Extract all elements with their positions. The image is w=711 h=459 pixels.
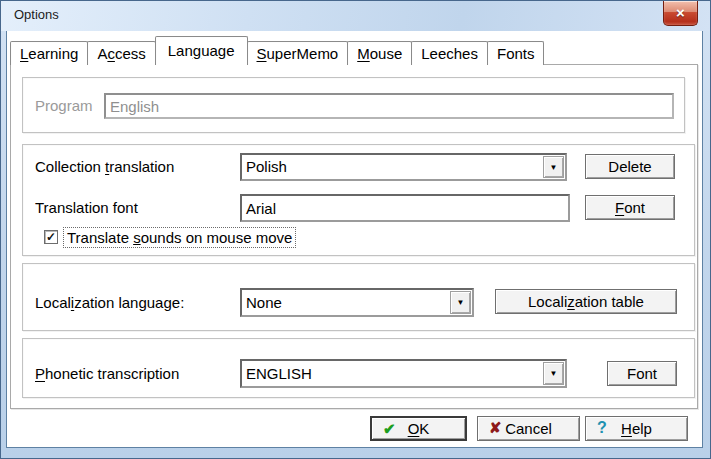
help-button-label: Help (621, 418, 652, 439)
collection-translation-dropdown-button[interactable]: ▼ (543, 156, 564, 178)
ok-button-label: OK (408, 419, 430, 438)
tab-language[interactable]: Language (155, 36, 248, 65)
check-icon: ✔ (383, 418, 396, 439)
chevron-down-icon: ▼ (457, 298, 465, 307)
phonetic-font-button[interactable]: Font (607, 361, 677, 386)
phonetic-transcription-value: ENGLISH (246, 365, 312, 382)
help-button[interactable]: ? Help (585, 416, 688, 441)
phonetic-transcription-dropdown-button[interactable]: ▼ (543, 362, 564, 385)
localization-language-label: Localization language: (35, 288, 184, 317)
collection-translation-value: Polish (246, 158, 287, 175)
options-dialog: Options × Learning Access Language Super… (0, 0, 711, 459)
phonetic-transcription-combobox[interactable]: ENGLISH ▼ (240, 359, 567, 388)
localization-language-dropdown-button[interactable]: ▼ (450, 291, 471, 314)
tab-access[interactable]: Access (87, 41, 155, 65)
cancel-button-label: Cancel (505, 418, 552, 439)
x-mark-icon: ✘ (489, 417, 502, 440)
translate-sounds-checkbox[interactable]: ✓ (44, 230, 58, 244)
delete-button[interactable]: Delete (585, 154, 675, 179)
collection-translation-label: Collection translation (35, 153, 174, 181)
tab-supermemo[interactable]: SuperMemo (247, 41, 349, 65)
window-title: Options (14, 7, 59, 22)
localization-language-combobox[interactable]: None ▼ (240, 288, 474, 317)
translate-sounds-checkbox-label[interactable]: Translate sounds on mouse move (63, 227, 296, 248)
tab-fonts[interactable]: Fonts (487, 41, 545, 65)
checkmark-icon: ✓ (46, 230, 56, 244)
tab-strip: Learning Access Language SuperMemo Mouse… (10, 36, 543, 65)
tab-learning[interactable]: Learning (10, 41, 88, 65)
translation-font-button[interactable]: Font (585, 195, 675, 220)
chevron-down-icon: ▼ (550, 163, 558, 172)
translation-font-label: Translation font (35, 194, 138, 222)
ok-button[interactable]: ✔ OK (370, 416, 467, 441)
close-icon: × (676, 4, 685, 21)
question-mark-icon: ? (597, 417, 607, 440)
chevron-down-icon: ▼ (550, 369, 558, 378)
localization-table-button[interactable]: Localization table (495, 289, 677, 314)
translation-font-value: Arial (246, 200, 276, 217)
close-button[interactable]: × (663, 1, 698, 26)
tab-mouse[interactable]: Mouse (347, 41, 412, 65)
dialog-client-area: Learning Access Language SuperMemo Mouse… (6, 31, 703, 448)
collection-translation-combobox[interactable]: Polish ▼ (240, 153, 567, 181)
phonetic-transcription-label: Phonetic transcription (35, 359, 179, 388)
localization-language-value: None (246, 294, 282, 311)
tab-leeches[interactable]: Leeches (411, 41, 488, 65)
title-bar[interactable]: Options × (1, 1, 710, 31)
program-label: Program (35, 93, 93, 119)
program-input[interactable]: English (104, 93, 674, 119)
translation-font-input[interactable]: Arial (240, 194, 570, 222)
program-value: English (110, 98, 159, 115)
cancel-button[interactable]: ✘ Cancel (477, 416, 580, 441)
